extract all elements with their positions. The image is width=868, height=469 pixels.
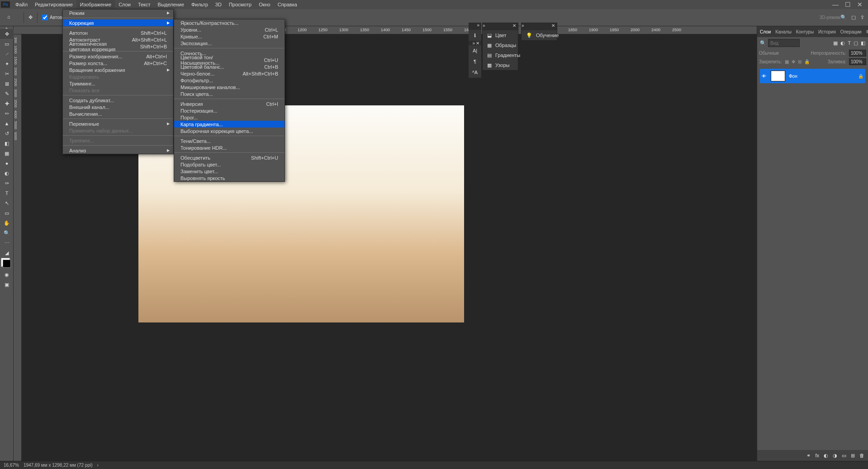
lock-artboard-icon[interactable]: ⊞ bbox=[798, 59, 802, 64]
layer-thumbnail[interactable] bbox=[771, 71, 785, 81]
tab-channels[interactable]: Каналы bbox=[775, 29, 792, 34]
quick-mask-icon[interactable]: ◉ bbox=[0, 270, 14, 280]
menu-edit[interactable]: Редактирование bbox=[31, 0, 76, 9]
menu-item-размер-изображения-[interactable]: Размер изображения...Alt+Ctrl+I bbox=[63, 53, 173, 60]
menu-select[interactable]: Выделение bbox=[154, 0, 188, 9]
eraser-tool[interactable]: ◧ bbox=[0, 138, 14, 148]
type-tool[interactable]: T bbox=[0, 188, 14, 198]
menu-item-порог-[interactable]: Порог... bbox=[174, 114, 285, 121]
move-tool-icon[interactable]: ✥ bbox=[28, 14, 33, 20]
tab-actions[interactable]: Операции bbox=[840, 29, 862, 34]
menu-item-коррекция[interactable]: Коррекция bbox=[63, 19, 173, 26]
float-item-color[interactable]: ⬓Цвет bbox=[483, 30, 518, 40]
float-item-learn[interactable]: 💡Обучение bbox=[522, 30, 557, 40]
menu-item-анализ[interactable]: Анализ bbox=[63, 147, 173, 154]
edit-toolbar[interactable]: ◢ bbox=[0, 248, 14, 258]
menu-item-подобрать-цвет-[interactable]: Подобрать цвет... bbox=[174, 161, 285, 168]
menu-item-уровни-[interactable]: Уровни...Ctrl+L bbox=[174, 26, 285, 33]
menu-item-режим[interactable]: Режим bbox=[63, 9, 173, 16]
tab-layers[interactable]: Слои bbox=[760, 29, 771, 34]
tab-paths[interactable]: Контуры bbox=[796, 29, 814, 34]
close-icon[interactable]: ✕ bbox=[857, 1, 863, 8]
marquee-tool[interactable]: ▭ bbox=[0, 39, 14, 49]
menu-3d[interactable]: 3D bbox=[212, 0, 225, 9]
link-layers-icon[interactable]: ⚭ bbox=[806, 453, 811, 459]
menu-item-переменные[interactable]: Переменные bbox=[63, 120, 173, 127]
minimize-icon[interactable]: — bbox=[832, 1, 839, 8]
character-icon[interactable]: A| bbox=[469, 45, 481, 56]
move-tool[interactable]: ✥ bbox=[0, 29, 14, 39]
stamp-tool[interactable]: ▲ bbox=[0, 118, 14, 128]
menu-layers[interactable]: Слои bbox=[115, 0, 134, 9]
menu-view[interactable]: Просмотр bbox=[225, 0, 255, 9]
menu-item-автоматическая-цветовая-коррекция[interactable]: Автоматическая цветовая коррекцияShift+C… bbox=[63, 43, 173, 50]
search-icon[interactable]: 🔍 bbox=[840, 14, 847, 20]
menu-item-постеризация-[interactable]: Постеризация... bbox=[174, 107, 285, 114]
layer-background[interactable]: 👁 Фон 🔒 bbox=[760, 69, 865, 83]
menu-item-цветовой-баланс-[interactable]: Цветовой баланс...Ctrl+B bbox=[174, 63, 285, 70]
zoom-tool[interactable]: 🔍 bbox=[0, 228, 14, 238]
glyphs-icon[interactable]: ᴬA bbox=[469, 67, 481, 78]
menu-item-экспозиция-[interactable]: Экспозиция... bbox=[174, 40, 285, 47]
color-swatch[interactable] bbox=[3, 260, 11, 268]
menu-item-черно-белое-[interactable]: Черно-белое...Alt+Shift+Ctrl+B bbox=[174, 70, 285, 77]
wand-tool[interactable]: ✦ bbox=[0, 59, 14, 69]
maximize-icon[interactable]: ☐ bbox=[845, 1, 851, 8]
tab-history[interactable]: История bbox=[818, 29, 836, 34]
fx-icon[interactable]: fx bbox=[815, 453, 819, 458]
menu-item-фотофильтр-[interactable]: Фотофильтр... bbox=[174, 77, 285, 84]
filter-smart-icon[interactable]: ◧ bbox=[861, 40, 865, 46]
healing-tool[interactable]: ✚ bbox=[0, 99, 14, 109]
hand-tool[interactable]: ✋ bbox=[0, 218, 14, 228]
fill-input[interactable] bbox=[849, 58, 866, 65]
lasso-tool[interactable]: ⟋ bbox=[0, 49, 14, 59]
float-item-patterns[interactable]: ▩Узоры bbox=[483, 60, 518, 70]
crop-tool[interactable]: ✂ bbox=[0, 69, 14, 79]
more-tools[interactable]: ⋯ bbox=[0, 238, 14, 248]
filter-image-icon[interactable]: ▦ bbox=[833, 40, 838, 46]
paragraph-icon[interactable]: ¶ bbox=[469, 56, 481, 67]
brush-tool[interactable]: ✏ bbox=[0, 109, 14, 118]
eyedropper-tool[interactable]: ✎ bbox=[0, 89, 14, 99]
menu-item-кривые-[interactable]: Кривые...Ctrl+M bbox=[174, 33, 285, 40]
menu-window[interactable]: Окно bbox=[255, 0, 274, 9]
filter-type-icon[interactable]: T bbox=[848, 40, 851, 46]
screen-mode-tool-icon[interactable]: ▣ bbox=[0, 280, 14, 289]
menu-item-обесцветить[interactable]: ОбесцветитьShift+Ctrl+U bbox=[174, 154, 285, 161]
adjustment-icon[interactable]: ◑ bbox=[833, 453, 837, 459]
menu-item-тени-света-[interactable]: Тени/Света... bbox=[174, 137, 285, 144]
trash-icon[interactable]: 🗑 bbox=[859, 453, 864, 458]
home-icon[interactable]: ⌂ bbox=[7, 14, 15, 21]
menu-item-размер-холста-[interactable]: Размер холста...Alt+Ctrl+C bbox=[63, 60, 173, 66]
status-arrow-icon[interactable]: › bbox=[97, 463, 99, 468]
lock-all-icon[interactable]: 🔒 bbox=[804, 59, 810, 64]
opacity-input[interactable] bbox=[849, 50, 866, 57]
share-icon[interactable]: ⇪ bbox=[860, 14, 864, 20]
path-tool[interactable]: ↖ bbox=[0, 198, 14, 208]
zoom-level[interactable]: 16,67% bbox=[4, 463, 19, 468]
screen-mode-icon[interactable]: ▢ bbox=[851, 14, 856, 20]
menu-item-выборочная-коррекция-цвета-[interactable]: Выборочная коррекция цвета... bbox=[174, 128, 285, 134]
menu-item-карта-градиента-[interactable]: Карта градиента... bbox=[174, 121, 285, 128]
gradient-tool[interactable]: ▦ bbox=[0, 148, 14, 158]
blur-tool[interactable]: ● bbox=[0, 158, 14, 168]
pen-tool[interactable]: ✑ bbox=[0, 178, 14, 188]
menu-item-внешний-канал-[interactable]: Внешний канал... bbox=[63, 104, 173, 110]
menu-text[interactable]: Текст bbox=[134, 0, 154, 9]
menu-file[interactable]: Файл bbox=[12, 0, 31, 9]
menu-item-микширование-каналов-[interactable]: Микширование каналов... bbox=[174, 84, 285, 90]
panel-menu-icon[interactable]: ≡ bbox=[866, 28, 868, 35]
menu-item-автотон[interactable]: АвтотонShift+Ctrl+L bbox=[63, 29, 173, 36]
mask-icon[interactable]: ◐ bbox=[824, 453, 828, 459]
lock-icon[interactable]: 🔒 bbox=[858, 74, 863, 79]
menu-item-создать-дубликат-[interactable]: Создать дубликат... bbox=[63, 97, 173, 104]
float-item-swatches[interactable]: ▦Образцы bbox=[483, 40, 518, 50]
filter-adjust-icon[interactable]: ◐ bbox=[840, 40, 845, 46]
menu-item-выровнять-яркость[interactable]: Выровнять яркость bbox=[174, 175, 285, 181]
dodge-tool[interactable]: ◐ bbox=[0, 168, 14, 178]
group-icon[interactable]: ▭ bbox=[842, 453, 846, 459]
menu-item-вращение-изображения[interactable]: Вращение изображения bbox=[63, 66, 173, 73]
blend-mode-select[interactable]: Обычные bbox=[759, 51, 779, 56]
frame-tool[interactable]: ⊠ bbox=[0, 79, 14, 89]
layer-type-select[interactable] bbox=[768, 39, 800, 47]
